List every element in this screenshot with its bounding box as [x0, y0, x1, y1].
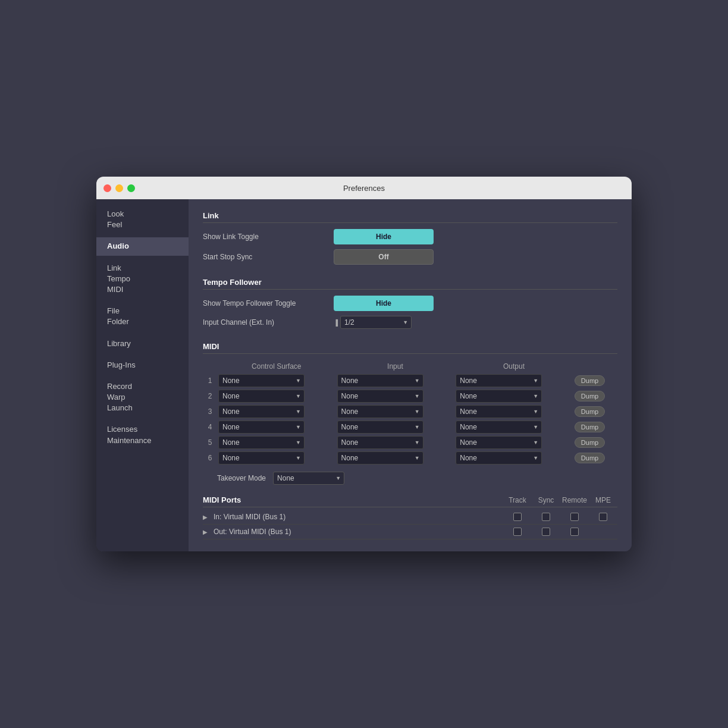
midi-surface-wrap: None — [218, 374, 305, 387]
midi-surface-cell: None — [217, 388, 336, 404]
show-tempo-follower-row: Show Tempo Follower Toggle Hide — [203, 296, 617, 311]
midi-input-select[interactable]: None — [337, 436, 423, 449]
midi-input-wrap: None — [337, 436, 423, 449]
input-channel-icon: ▐ — [334, 319, 338, 326]
port-sync-checkbox[interactable] — [542, 513, 550, 521]
midi-surface-select[interactable]: None — [218, 421, 305, 434]
midi-output-wrap: None — [456, 405, 542, 418]
sidebar-item-library[interactable]: Library — [96, 335, 189, 353]
midi-table-row: 6 None None None Dump — [203, 450, 617, 466]
midi-input-cell: None — [336, 404, 455, 419]
content-area: LookFeel Audio LinkTempoMIDI FileFolder … — [96, 199, 632, 551]
midi-surface-cell: None — [217, 373, 336, 388]
show-link-toggle-button[interactable]: Hide — [334, 229, 434, 244]
dump-button[interactable]: Dump — [575, 391, 605, 401]
midi-ports-header: MIDI Ports Track Sync Remote MPE — [203, 493, 617, 507]
port-mpe-checkbox[interactable] — [599, 513, 607, 521]
port-track-cell — [503, 513, 532, 521]
midi-input-select[interactable]: None — [337, 390, 423, 403]
midi-output-select[interactable]: None — [456, 405, 542, 418]
midi-output-cell: None — [454, 419, 573, 435]
midi-input-select[interactable]: None — [337, 451, 423, 465]
minimize-button[interactable] — [115, 184, 123, 192]
midi-surface-select[interactable]: None — [218, 451, 305, 465]
show-tempo-follower-label: Show Tempo Follower Toggle — [203, 299, 334, 307]
port-sync-checkbox[interactable] — [542, 528, 550, 536]
sidebar-item-file-folder[interactable]: FileFolder — [96, 302, 189, 331]
show-tempo-follower-toggle-button[interactable]: Hide — [334, 296, 434, 311]
start-stop-sync-label: Start Stop Sync — [203, 253, 334, 261]
midi-output-cell: None — [454, 435, 573, 450]
port-track-cell — [503, 528, 532, 536]
input-channel-row: Input Channel (Ext. In) ▐ 1/2 3/4 — [203, 316, 617, 329]
midi-surface-select[interactable]: None — [218, 390, 305, 403]
main-content: Link Show Link Toggle Hide Start Stop Sy… — [189, 199, 632, 551]
port-mpe-cell — [589, 513, 617, 521]
input-channel-label: Input Channel (Ext. In) — [203, 318, 334, 327]
start-stop-sync-button[interactable]: Off — [334, 249, 434, 265]
midi-input-cell: None — [336, 435, 455, 450]
midi-output-wrap: None — [456, 451, 542, 465]
midi-output-select[interactable]: None — [456, 374, 542, 387]
maximize-button[interactable] — [127, 184, 135, 192]
port-track-checkbox[interactable] — [513, 528, 522, 536]
dump-button[interactable]: Dump — [575, 437, 605, 448]
dump-button[interactable]: Dump — [575, 453, 605, 463]
port-sync-cell — [532, 528, 560, 536]
sidebar-item-link-tempo-midi[interactable]: LinkTempoMIDI — [96, 259, 189, 299]
show-link-toggle-label: Show Link Toggle — [203, 233, 334, 241]
midi-output-wrap: None — [456, 421, 542, 434]
midi-output-select[interactable]: None — [456, 436, 542, 449]
takeover-mode-label: Takeover Mode — [217, 474, 266, 482]
ports-col-mpe: MPE — [589, 496, 617, 504]
midi-surface-wrap: None — [218, 436, 305, 449]
midi-surface-cell: None — [217, 450, 336, 466]
midi-table-row: 3 None None None Dump — [203, 404, 617, 419]
midi-col-output: Output — [454, 360, 573, 373]
port-track-checkbox[interactable] — [513, 513, 522, 521]
sidebar-item-record-warp-launch[interactable]: RecordWarpLaunch — [96, 378, 189, 418]
sidebar-item-audio[interactable]: Audio — [96, 237, 189, 255]
midi-output-select[interactable]: None — [456, 390, 542, 403]
midi-surface-select[interactable]: None — [218, 436, 305, 449]
midi-row-num: 4 — [203, 419, 217, 435]
close-button[interactable] — [103, 184, 111, 192]
dump-button[interactable]: Dump — [575, 375, 605, 386]
midi-surface-select[interactable]: None — [218, 374, 305, 387]
midi-input-select[interactable]: None — [337, 374, 423, 387]
dump-button[interactable]: Dump — [575, 406, 605, 417]
sidebar-item-plug-ins[interactable]: Plug-Ins — [96, 356, 189, 374]
midi-output-select[interactable]: None — [456, 451, 542, 465]
port-remote-checkbox[interactable] — [570, 528, 579, 536]
port-expand-icon[interactable]: ▶ — [203, 529, 214, 535]
midi-output-wrap: None — [456, 436, 542, 449]
midi-input-wrap: None — [337, 451, 423, 465]
input-channel-select[interactable]: 1/2 3/4 — [340, 316, 412, 329]
dump-button[interactable]: Dump — [575, 422, 605, 432]
midi-dump-cell: Dump — [573, 388, 617, 404]
midi-dump-cell: Dump — [573, 419, 617, 435]
midi-output-cell: None — [454, 450, 573, 466]
sidebar-item-licenses-maintenance[interactable]: LicensesMaintenance — [96, 421, 189, 449]
takeover-mode-select[interactable]: None Pickup Value Scaling — [273, 472, 344, 485]
midi-output-select[interactable]: None — [456, 421, 542, 434]
preferences-window: Preferences LookFeel Audio LinkTempoMIDI… — [96, 177, 632, 551]
port-remote-checkbox[interactable] — [570, 513, 579, 521]
sidebar-item-look-feel[interactable]: LookFeel — [96, 205, 189, 234]
midi-output-cell: None — [454, 404, 573, 419]
port-name-label: In: Virtual MIDI (Bus 1) — [214, 513, 503, 521]
midi-section-header: MIDI — [203, 342, 617, 354]
port-row: ▶ In: Virtual MIDI (Bus 1) — [203, 510, 617, 525]
ports-col-sync: Sync — [532, 496, 560, 504]
midi-ports-section-label: MIDI Ports — [203, 495, 503, 504]
midi-surface-select[interactable]: None — [218, 405, 305, 418]
midi-input-cell: None — [336, 450, 455, 466]
port-expand-icon[interactable]: ▶ — [203, 514, 214, 520]
midi-input-select[interactable]: None — [337, 405, 423, 418]
midi-input-wrap: None — [337, 390, 423, 403]
sidebar: LookFeel Audio LinkTempoMIDI FileFolder … — [96, 199, 189, 551]
ports-col-remote: Remote — [560, 496, 589, 504]
midi-input-cell: None — [336, 373, 455, 388]
midi-input-select[interactable]: None — [337, 421, 423, 434]
show-link-toggle-row: Show Link Toggle Hide — [203, 229, 617, 244]
